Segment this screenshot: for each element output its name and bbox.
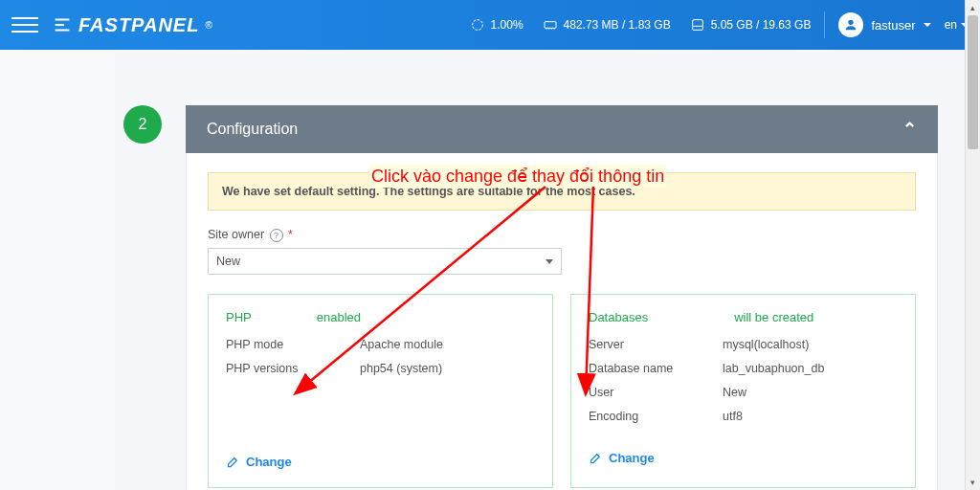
php-card-status: enabled (317, 310, 361, 324)
logo-icon (52, 14, 73, 35)
change-label: Change (609, 451, 655, 465)
memory-stat: 482.73 MB / 1.83 GB (543, 17, 671, 33)
php-card: PHP enabled PHP modeApache module PHP ve… (208, 294, 553, 488)
php-change-link[interactable]: Change (226, 455, 292, 469)
memory-icon (543, 17, 558, 33)
scroll-thumb[interactable] (968, 15, 978, 149)
table-row: UserNew (589, 386, 898, 399)
disk-stat: 5.05 GB / 19.63 GB (690, 17, 812, 33)
disk-value: 5.05 GB / 19.63 GB (711, 18, 812, 32)
kv-key: PHP mode (226, 338, 360, 351)
svg-rect-2 (692, 26, 702, 30)
chevron-down-icon (924, 23, 931, 27)
hamburger-menu-icon[interactable] (11, 11, 38, 38)
php-card-title: PHP (226, 310, 252, 324)
logo-text: FASTPANEL (78, 14, 199, 36)
table-row: Encodingutf8 (589, 410, 898, 423)
kv-value: utf8 (723, 410, 743, 423)
svg-rect-1 (545, 22, 556, 29)
avatar-icon (838, 12, 863, 37)
kv-value: php54 (system) (360, 362, 442, 375)
owner-label-text: Site owner (208, 228, 264, 241)
select-value: New (216, 255, 240, 268)
scroll-up-icon[interactable]: ▴ (966, 0, 980, 15)
header-stats: 1.00% 482.73 MB / 1.83 GB 5.05 GB / 19.6… (470, 17, 812, 33)
table-row: PHP modeApache module (226, 338, 535, 351)
required-indicator: * (288, 228, 293, 241)
logo[interactable]: FASTPANEL ® (52, 14, 212, 36)
svg-point-0 (472, 20, 482, 31)
kv-value: New (723, 386, 746, 399)
kv-key: Database name (589, 362, 723, 375)
kv-value: mysql(localhost) (723, 338, 809, 351)
edit-icon (589, 451, 603, 465)
site-owner-label: Site owner ? * (208, 228, 916, 242)
panel-header[interactable]: Configuration ⌃ (186, 105, 938, 153)
step-number-badge: 2 (123, 105, 162, 144)
chevron-down-icon (546, 259, 553, 264)
cpu-stat: 1.00% (470, 17, 523, 33)
registered-icon: ® (205, 20, 212, 31)
panel-body: We have set default setting. The setting… (186, 153, 938, 490)
edit-icon (226, 455, 240, 469)
chevron-up-icon: ⌃ (902, 119, 917, 140)
memory-value: 482.73 MB / 1.83 GB (564, 18, 671, 32)
cpu-icon (470, 17, 485, 33)
db-card-status: will be created (734, 310, 813, 324)
change-label: Change (246, 455, 292, 469)
help-icon[interactable]: ? (270, 229, 283, 242)
kv-value: Apache module (360, 338, 443, 351)
svg-point-3 (849, 20, 854, 25)
username: fastuser (871, 18, 915, 33)
app-header: FASTPANEL ® 1.00% 482.73 MB / 1.83 GB 5.… (0, 0, 980, 50)
db-change-link[interactable]: Change (589, 451, 655, 465)
table-row: PHP versionsphp54 (system) (226, 362, 535, 375)
kv-key: Encoding (589, 410, 723, 423)
kv-key: Server (589, 338, 723, 351)
table-row: Servermysql(localhost) (589, 338, 898, 351)
table-row: Database namelab_vubaphuon_db (589, 362, 898, 375)
scroll-down-icon[interactable]: ▾ (966, 475, 980, 490)
info-notice: We have set default setting. The setting… (208, 172, 916, 211)
kv-key: User (589, 386, 723, 399)
db-card: Databases will be created Servermysql(lo… (570, 294, 916, 488)
disk-icon (690, 17, 705, 33)
db-card-title: Databases (589, 310, 648, 324)
notice-text: We have set default setting. The setting… (222, 185, 635, 198)
panel-title: Configuration (207, 121, 298, 138)
header-divider (824, 11, 825, 38)
vertical-scrollbar[interactable]: ▴ ▾ (965, 0, 980, 490)
lang-value: en (945, 18, 957, 32)
kv-key: PHP versions (226, 362, 360, 375)
site-owner-select[interactable]: New (208, 248, 562, 275)
kv-value: lab_vubaphuon_db (723, 362, 824, 375)
cpu-value: 1.00% (491, 18, 523, 32)
user-menu[interactable]: fastuser (838, 12, 930, 37)
